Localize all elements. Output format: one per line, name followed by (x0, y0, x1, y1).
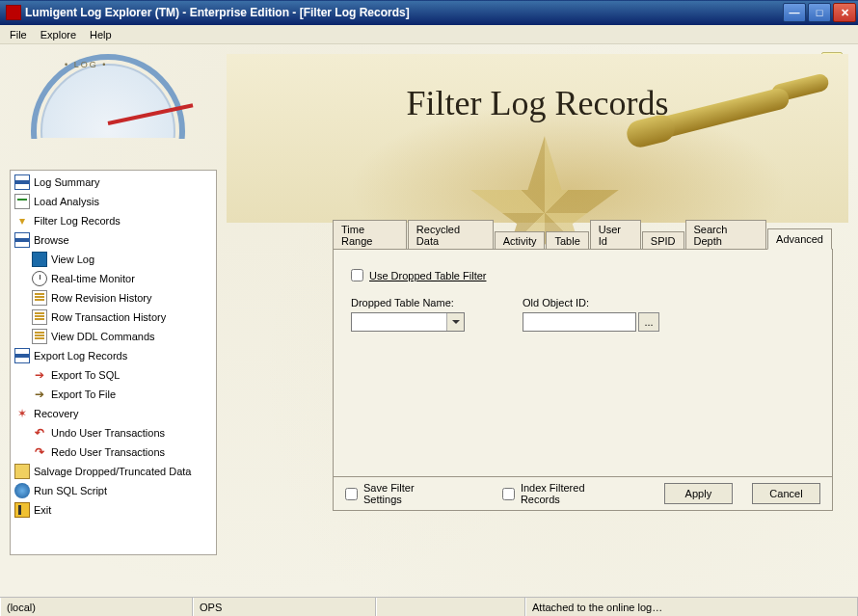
header-banner: Filter Log Records (227, 54, 848, 223)
doc-icon (32, 329, 47, 344)
minimize-button[interactable]: — (783, 3, 806, 22)
calendar-icon (14, 174, 30, 190)
menubar: File Explore Help (0, 25, 858, 44)
tab-user-id[interactable]: User Id (590, 220, 641, 250)
status-message: Attached to the online log… (525, 598, 858, 616)
apply-button[interactable]: Apply (664, 483, 733, 504)
sidebar-label: Redo User Transactions (51, 446, 165, 458)
sidebar-item-exit[interactable]: Exit (11, 500, 216, 520)
tab-advanced[interactable]: Advanced (767, 228, 832, 250)
index-filtered-records-label: Index Filtered Records (521, 482, 626, 505)
sidebar-label: View DDL Commands (51, 331, 155, 342)
sidebar-label: Export To SQL (51, 369, 120, 381)
sidebar-item-realtime-monitor[interactable]: Real-time Monitor (11, 269, 216, 288)
use-dropped-table-filter-checkbox[interactable]: Use Dropped Table Filter (351, 269, 815, 281)
sidebar-item-row-revision-history[interactable]: Row Revision History (11, 288, 216, 308)
salvage-icon (14, 464, 30, 479)
recovery-icon: ✶ (14, 406, 30, 421)
sidebar-label: Real-time Monitor (51, 273, 135, 284)
use-dropped-table-filter-label: Use Dropped Table Filter (369, 270, 486, 281)
save-filter-settings-input[interactable] (345, 488, 358, 500)
sidebar-label: Log Summary (34, 176, 99, 188)
sidebar-label: Recovery (34, 408, 78, 419)
old-object-id-input[interactable] (523, 312, 636, 332)
screen-icon (32, 252, 47, 267)
doc-icon (32, 290, 47, 306)
action-bar: Save Filter Settings Index Filtered Reco… (333, 476, 833, 511)
close-button[interactable]: ✕ (833, 3, 856, 22)
save-filter-settings-checkbox[interactable]: Save Filter Settings (345, 482, 454, 505)
sidebar-item-filter-log-records[interactable]: ▾ Filter Log Records (11, 211, 216, 230)
statusbar: (local) OPS Attached to the online log… (0, 597, 858, 616)
sidebar-item-view-ddl-commands[interactable]: View DDL Commands (11, 327, 216, 346)
sidebar-item-undo-user-transactions[interactable]: ↶ Undo User Transactions (11, 423, 216, 442)
telescope-decoration (627, 73, 839, 160)
exit-icon (14, 502, 30, 518)
tab-spid[interactable]: SPID (642, 231, 684, 250)
menu-help[interactable]: Help (84, 27, 118, 42)
calendar-icon (14, 232, 30, 248)
status-db: OPS (193, 598, 376, 616)
use-dropped-table-filter-input[interactable] (351, 269, 363, 281)
sidebar-item-load-analysis[interactable]: Load Analysis (11, 192, 216, 211)
client-area: ? • LOG • Log Summary Load Analysis ▾ Fi… (0, 44, 858, 597)
dropped-table-name-value (352, 313, 446, 331)
sidebar-label: Exit (34, 504, 51, 516)
app-icon (6, 5, 21, 20)
sidebar-item-browse[interactable]: Browse (11, 230, 216, 250)
sidebar-item-export-to-file[interactable]: ➔ Export To File (11, 385, 216, 404)
sidebar-label: Filter Log Records (34, 215, 121, 227)
sidebar-label: Export To File (51, 388, 116, 400)
sidebar-label: Undo User Transactions (51, 427, 165, 439)
old-object-id-label: Old Object ID: (523, 297, 659, 308)
globe-icon (14, 483, 30, 498)
sidebar-item-export-log-records[interactable]: Export Log Records (11, 346, 216, 365)
cancel-button[interactable]: Cancel (752, 483, 820, 504)
compass-decoration: • LOG • (21, 54, 195, 170)
sidebar-item-salvage[interactable]: Salvage Dropped/Truncated Data (11, 462, 216, 481)
status-empty (376, 598, 525, 616)
chevron-down-icon[interactable] (446, 313, 464, 331)
filter-panel: Time Range Recycled Data Activity Table … (333, 228, 833, 507)
sidebar-item-view-log[interactable]: View Log (11, 250, 216, 269)
tab-table[interactable]: Table (546, 231, 588, 250)
sidebar-label: Load Analysis (34, 196, 99, 207)
sidebar-item-log-summary[interactable]: Log Summary (11, 173, 216, 192)
index-filtered-records-checkbox[interactable]: Index Filtered Records (502, 482, 626, 505)
export-sql-icon: ➔ (32, 367, 47, 383)
sidebar-label: Run SQL Script (34, 485, 107, 496)
calendar-icon (14, 348, 30, 363)
window-title: Lumigent Log Explorer (TM) - Enterprise … (25, 6, 783, 19)
menu-explore[interactable]: Explore (35, 27, 82, 42)
sidebar-label: Salvage Dropped/Truncated Data (34, 466, 191, 477)
maximize-button[interactable]: □ (808, 3, 831, 22)
redo-icon: ↷ (32, 444, 47, 460)
save-filter-settings-label: Save Filter Settings (363, 482, 454, 505)
dropped-table-name-label: Dropped Table Name: (351, 297, 465, 308)
status-server: (local) (0, 598, 193, 616)
funnel-icon: ▾ (14, 213, 30, 228)
export-file-icon: ➔ (32, 387, 47, 402)
sidebar-label: Row Transaction History (51, 311, 166, 323)
doc-icon (32, 309, 47, 325)
sidebar-item-redo-user-transactions[interactable]: ↷ Redo User Transactions (11, 442, 216, 462)
sidebar-item-recovery[interactable]: ✶ Recovery (11, 404, 216, 423)
tab-time-range[interactable]: Time Range (333, 220, 407, 250)
index-filtered-records-input[interactable] (502, 488, 515, 500)
dropped-table-name-combo[interactable] (351, 312, 465, 332)
titlebar: Lumigent Log Explorer (TM) - Enterprise … (0, 0, 858, 25)
tabstrip: Time Range Recycled Data Activity Table … (333, 228, 833, 249)
tab-recycled-data[interactable]: Recycled Data (408, 220, 494, 250)
menu-file[interactable]: File (4, 27, 33, 42)
clock-icon (32, 271, 47, 286)
sidebar-label: Browse (34, 234, 69, 246)
sidebar-item-run-sql-script[interactable]: Run SQL Script (11, 481, 216, 500)
tab-search-depth[interactable]: Search Depth (685, 220, 767, 250)
sidebar-item-export-to-sql[interactable]: ➔ Export To SQL (11, 365, 216, 385)
old-object-id-browse-button[interactable]: ... (638, 312, 659, 332)
tab-activity[interactable]: Activity (495, 231, 546, 250)
sidebar-label: Export Log Records (34, 350, 127, 362)
undo-icon: ↶ (32, 425, 47, 441)
sidebar-item-row-transaction-history[interactable]: Row Transaction History (11, 308, 216, 327)
sidebar-label: Row Revision History (51, 292, 152, 304)
